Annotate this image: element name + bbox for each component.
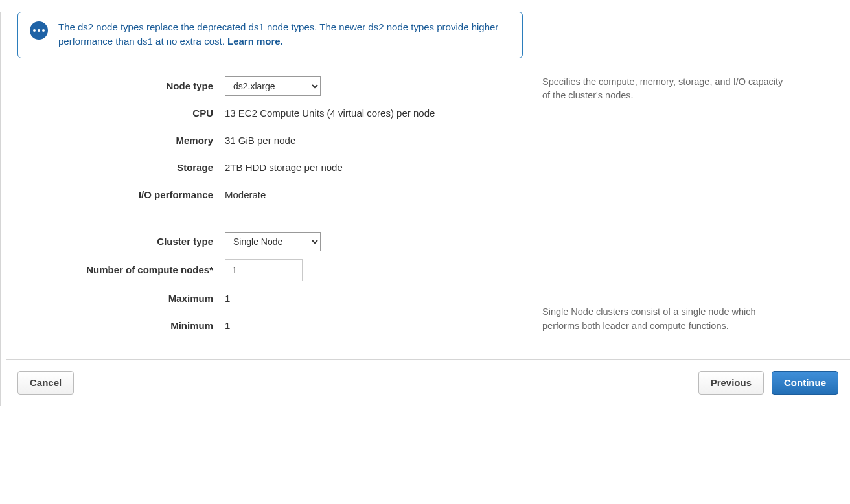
num-compute-nodes-input[interactable]	[225, 259, 303, 281]
cluster-type-select[interactable]: Single Node	[225, 232, 321, 251]
cancel-button[interactable]: Cancel	[17, 371, 74, 395]
wizard-footer: Cancel Previous Continue	[6, 359, 850, 406]
info-banner-text: The ds2 node types replace the deprecate…	[58, 20, 511, 49]
cpu-value: 13 EC2 Compute Units (4 virtual cores) p…	[225, 108, 536, 119]
node-type-label: Node type	[17, 80, 225, 91]
node-type-help-text: Specifies the compute, memory, storage, …	[542, 75, 788, 104]
io-performance-value: Moderate	[225, 189, 536, 200]
memory-label: Memory	[17, 135, 225, 146]
learn-more-link[interactable]: Learn more.	[227, 36, 283, 47]
maximum-label: Maximum	[17, 293, 225, 304]
continue-button[interactable]: Continue	[772, 371, 838, 395]
storage-label: Storage	[17, 162, 225, 173]
io-performance-label: I/O performance	[17, 189, 225, 200]
memory-value: 31 GiB per node	[225, 135, 536, 146]
chat-bubble-icon	[30, 21, 48, 40]
storage-value: 2TB HDD storage per node	[225, 162, 536, 173]
cluster-type-label: Cluster type	[17, 236, 225, 247]
minimum-value: 1	[225, 320, 536, 331]
node-type-select[interactable]: ds2.xlarge	[225, 76, 321, 96]
maximum-value: 1	[225, 293, 536, 304]
previous-button[interactable]: Previous	[698, 371, 764, 395]
cluster-type-help-text: Single Node clusters consist of a single…	[542, 305, 788, 334]
cpu-label: CPU	[17, 108, 225, 119]
info-banner: The ds2 node types replace the deprecate…	[17, 12, 523, 58]
minimum-label: Minimum	[17, 320, 225, 331]
num-compute-nodes-label: Number of compute nodes*	[17, 264, 225, 275]
